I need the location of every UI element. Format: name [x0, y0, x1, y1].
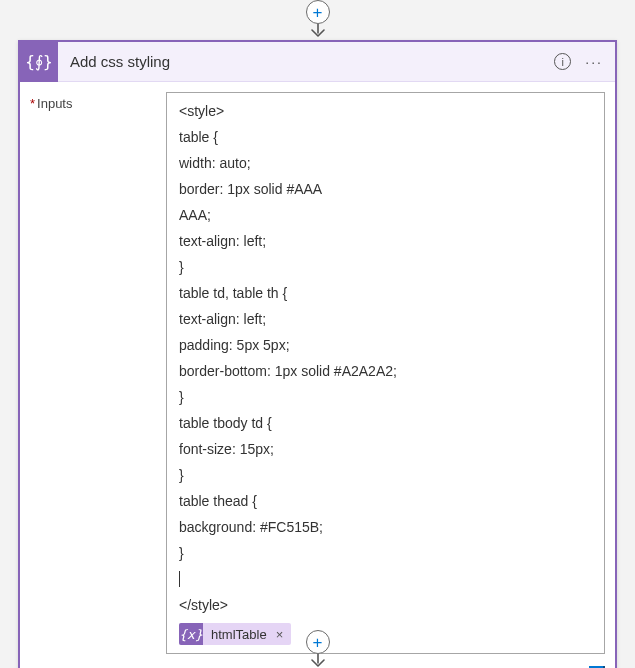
- code-line: <style>: [179, 103, 592, 119]
- top-connector: +: [306, 0, 330, 38]
- add-step-below-button[interactable]: +: [306, 630, 330, 654]
- variable-icon: {x}: [179, 623, 203, 645]
- arrow-down-icon: [310, 24, 326, 38]
- input-label: *Inputs: [30, 92, 156, 654]
- card-body: *Inputs <style>table {width: auto;border…: [20, 82, 615, 660]
- code-line: table tbody td {: [179, 415, 592, 431]
- plus-icon: +: [313, 4, 323, 21]
- more-menu-button[interactable]: ···: [585, 54, 603, 70]
- code-line: }: [179, 467, 592, 483]
- action-card: {∮} Add css styling i ··· *Inputs <style…: [18, 40, 617, 668]
- code-line: border: 1px solid #AAA: [179, 181, 592, 197]
- code-line: padding: 5px 5px;: [179, 337, 592, 353]
- plus-icon: +: [313, 634, 323, 651]
- add-step-above-button[interactable]: +: [306, 0, 330, 24]
- code-line: text-align: left;: [179, 233, 592, 249]
- code-line: }: [179, 259, 592, 275]
- compose-icon: {∮}: [20, 42, 58, 82]
- code-line: }: [179, 389, 592, 405]
- code-line: table td, table th {: [179, 285, 592, 301]
- code-line: width: auto;: [179, 155, 592, 171]
- code-line: AAA;: [179, 207, 592, 223]
- inputs-editor[interactable]: <style>table {width: auto;border: 1px so…: [166, 92, 605, 654]
- card-header[interactable]: {∮} Add css styling i ···: [20, 42, 615, 82]
- code-line: background: #FC515B;: [179, 519, 592, 535]
- arrow-down-icon: [310, 654, 326, 668]
- header-actions: i ···: [554, 53, 615, 70]
- code-line: text-align: left;: [179, 311, 592, 327]
- code-line: }: [179, 545, 592, 561]
- token-name: htmlTable: [203, 627, 274, 642]
- code-line: border-bottom: 1px solid #A2A2A2;: [179, 363, 592, 379]
- info-icon[interactable]: i: [554, 53, 571, 70]
- action-title: Add css styling: [58, 53, 554, 70]
- required-indicator: *: [30, 96, 35, 111]
- dynamic-token[interactable]: {x} htmlTable ×: [179, 623, 291, 645]
- token-remove-button[interactable]: ×: [274, 627, 292, 642]
- code-line: </style>: [179, 597, 592, 613]
- text-cursor: [179, 571, 592, 587]
- code-line: table thead {: [179, 493, 592, 509]
- code-line: table {: [179, 129, 592, 145]
- bottom-connector: +: [306, 630, 330, 668]
- code-line: font-size: 15px;: [179, 441, 592, 457]
- input-column: <style>table {width: auto;border: 1px so…: [166, 92, 605, 654]
